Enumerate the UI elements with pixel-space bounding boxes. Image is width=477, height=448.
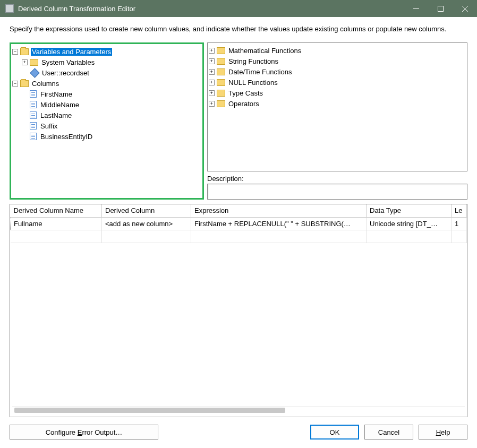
tree-item-columns[interactable]: − Columns [12, 78, 201, 89]
folder-icon [217, 47, 225, 54]
col-header-length[interactable]: Le [452, 204, 467, 217]
functions-tree[interactable]: + Mathematical Functions + String Functi… [207, 42, 467, 171]
tree-item-vars-params[interactable]: − Variables and Parameters [12, 46, 201, 57]
grid-row[interactable]: Fullname <add as new column> FirstName +… [11, 217, 467, 230]
folder-icon [217, 68, 225, 75]
title-bar: Derived Column Transformation Editor [0, 0, 477, 17]
tree-label: Suffix [39, 122, 58, 130]
tree-item-column[interactable]: Suffix [12, 120, 201, 131]
help-button[interactable]: Help [419, 425, 467, 440]
expand-icon[interactable]: + [209, 101, 215, 107]
minimize-button[interactable] [404, 0, 428, 17]
expand-icon[interactable]: + [209, 48, 215, 54]
tree-item-math-functions[interactable]: + Mathematical Functions [209, 45, 466, 56]
col-header-datatype[interactable]: Data Type [367, 204, 452, 217]
cell-length[interactable]: 1 [452, 217, 467, 230]
expand-icon[interactable]: + [22, 59, 28, 65]
cell-expression[interactable]: FirstName + REPLACENULL(" " + SUBSTRING(… [191, 217, 367, 230]
folder-icon [217, 100, 225, 107]
folder-open-icon [20, 48, 29, 55]
folder-icon [217, 58, 225, 65]
horizontal-scrollbar[interactable] [12, 406, 465, 415]
description-label: Description: [207, 175, 467, 183]
collapse-icon[interactable]: − [12, 81, 18, 87]
tree-label: User::recordset [41, 69, 90, 77]
derived-columns-grid[interactable]: Derived Column Name Derived Column Expre… [10, 204, 467, 417]
column-icon [30, 101, 37, 108]
tree-label: BusinessEntityID [39, 133, 93, 141]
column-icon [30, 90, 37, 98]
expand-icon[interactable]: + [209, 69, 215, 75]
ok-button[interactable]: OK [310, 425, 359, 440]
folder-icon [217, 90, 225, 97]
spacer [22, 70, 28, 76]
configure-error-output-button[interactable]: Configure Error Output… [10, 425, 158, 440]
cancel-button[interactable]: Cancel [364, 425, 413, 440]
tree-item-column[interactable]: BusinessEntityID [12, 131, 201, 142]
scrollbar-thumb[interactable] [14, 408, 285, 413]
col-header-name[interactable]: Derived Column Name [11, 204, 102, 217]
maximize-button[interactable] [428, 0, 453, 17]
window-title: Derived Column Transformation Editor [18, 5, 404, 13]
tree-item-system-vars[interactable]: + System Variables [12, 57, 201, 67]
column-icon [30, 111, 37, 119]
tree-label: String Functions [227, 57, 279, 65]
collapse-icon[interactable]: − [12, 49, 18, 55]
cell-datatype[interactable]: Unicode string [DT_… [367, 217, 452, 230]
folder-icon [217, 79, 225, 86]
tree-label: Columns [31, 80, 60, 88]
folder-icon [30, 59, 38, 66]
cell-name[interactable]: Fullname [11, 217, 102, 230]
tree-label: System Variables [40, 58, 96, 66]
tree-label: Variables and Parameters [31, 48, 112, 56]
svg-rect-1 [438, 6, 443, 11]
col-header-expression[interactable]: Expression [191, 204, 367, 217]
tree-item-column[interactable]: FirstName [12, 89, 201, 99]
expand-icon[interactable]: + [209, 80, 215, 85]
app-icon [5, 4, 14, 13]
tree-item-column[interactable]: LastName [12, 110, 201, 120]
variable-icon [30, 68, 39, 77]
tree-label: FirstName [39, 90, 73, 98]
expand-icon[interactable]: + [209, 58, 215, 64]
tree-label: Mathematical Functions [227, 47, 302, 55]
tree-item-user-recordset[interactable]: User::recordset [12, 67, 201, 78]
tree-item-string-functions[interactable]: + String Functions [209, 56, 466, 66]
cell-derived[interactable]: <add as new column> [102, 217, 191, 230]
column-icon [30, 122, 37, 130]
description-field[interactable] [207, 184, 467, 200]
tree-label: Operators [227, 100, 260, 108]
close-button[interactable] [453, 0, 477, 17]
tree-label: LastName [39, 111, 73, 119]
tree-label: NULL Functions [227, 79, 279, 87]
expand-icon[interactable]: + [209, 90, 215, 96]
folder-open-icon [20, 80, 29, 87]
dialog-description: Specify the expressions used to create n… [10, 24, 467, 34]
tree-label: Date/Time Functions [227, 68, 293, 76]
grid-row-empty[interactable] [11, 230, 467, 243]
col-header-derived[interactable]: Derived Column [102, 204, 191, 217]
tree-label: MiddleName [39, 101, 80, 109]
variables-columns-tree[interactable]: − Variables and Parameters + System Vari… [10, 42, 204, 200]
tree-label: Type Casts [227, 89, 264, 97]
tree-item-type-casts[interactable]: + Type Casts [209, 88, 466, 98]
tree-item-operators[interactable]: + Operators [209, 98, 466, 109]
tree-item-datetime-functions[interactable]: + Date/Time Functions [209, 66, 466, 77]
column-icon [30, 133, 37, 140]
tree-item-column[interactable]: MiddleName [12, 99, 201, 110]
tree-item-null-functions[interactable]: + NULL Functions [209, 77, 466, 88]
